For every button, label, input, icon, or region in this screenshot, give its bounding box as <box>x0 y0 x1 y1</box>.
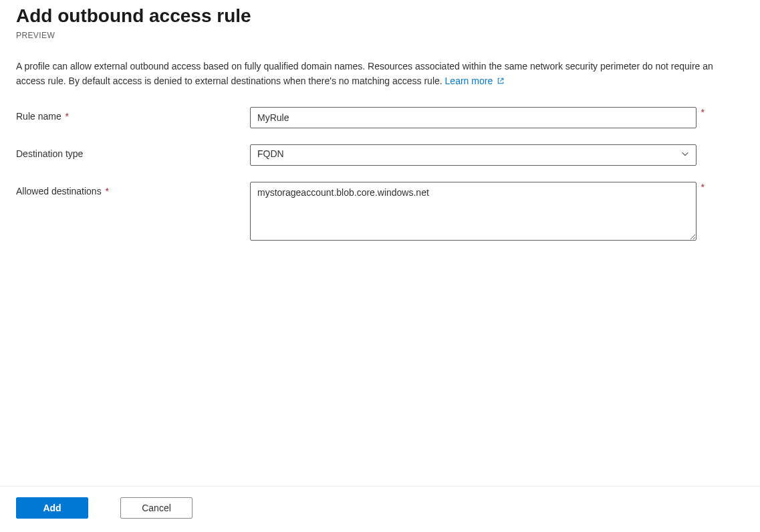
add-button[interactable]: Add <box>16 497 88 519</box>
destination-type-select[interactable]: FQDN <box>250 144 696 166</box>
description-block: A profile can allow external outbound ac… <box>16 59 738 88</box>
rule-name-label: Rule name * <box>16 107 250 122</box>
description-text: A profile can allow external outbound ac… <box>16 61 713 86</box>
rule-name-label-text: Rule name <box>16 111 61 122</box>
external-link-icon <box>497 74 505 82</box>
required-asterisk: * <box>66 111 69 122</box>
rule-name-input[interactable] <box>250 107 696 128</box>
required-asterisk: * <box>106 186 109 196</box>
destination-type-label: Destination type <box>16 144 250 159</box>
footer-bar: Add Cancel <box>0 486 760 532</box>
cancel-button[interactable]: Cancel <box>120 497 193 519</box>
destination-type-label-text: Destination type <box>16 148 83 159</box>
allowed-destinations-row: Allowed destinations * * <box>16 182 744 243</box>
allowed-destinations-input[interactable] <box>250 182 696 241</box>
required-asterisk: * <box>701 107 705 118</box>
rule-name-row: Rule name * * <box>16 107 744 128</box>
learn-more-link[interactable]: Learn more <box>445 76 505 86</box>
allowed-destinations-label-text: Allowed destinations <box>16 186 102 196</box>
required-asterisk: * <box>701 182 705 192</box>
destination-type-row: Destination type FQDN <box>16 144 744 166</box>
allowed-destinations-label: Allowed destinations * <box>16 182 250 196</box>
learn-more-label: Learn more <box>445 76 493 86</box>
page-title: Add outbound access rule <box>16 4 744 28</box>
preview-badge: PREVIEW <box>16 31 744 40</box>
